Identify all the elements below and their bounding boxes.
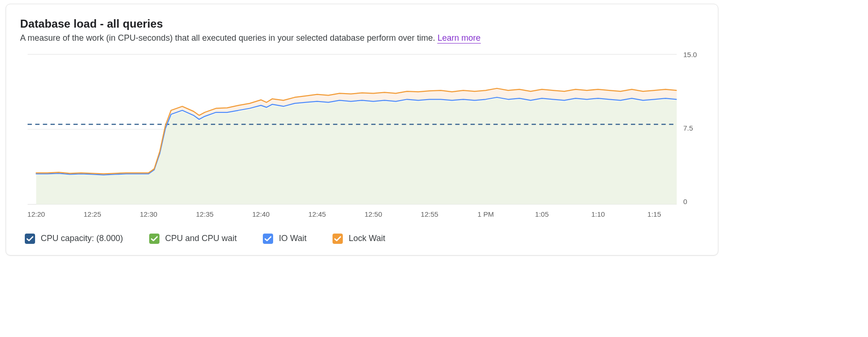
y-tick-label: 7.5 <box>683 124 693 132</box>
x-tick-label: 12:55 <box>421 210 439 218</box>
x-tick-label: 1:15 <box>647 210 661 218</box>
legend-label: CPU and CPU wait <box>165 234 237 243</box>
x-tick-label: 1 PM <box>477 210 494 218</box>
legend-lock-wait[interactable]: Lock Wait <box>333 234 385 244</box>
legend-label: Lock Wait <box>348 234 385 243</box>
card-description-text: A measure of the work (in CPU-seconds) t… <box>20 33 435 43</box>
x-tick-label: 12:50 <box>364 210 382 218</box>
legend-label: IO Wait <box>279 234 306 243</box>
checkbox-icon <box>149 234 159 244</box>
legend-io-wait[interactable]: IO Wait <box>263 234 306 244</box>
card-description: A measure of the work (in CPU-seconds) t… <box>20 33 705 43</box>
y-tick-label: 0 <box>683 198 687 205</box>
x-tick-label: 1:05 <box>535 210 549 218</box>
x-tick-label: 12:40 <box>252 210 270 218</box>
x-tick-label: 12:20 <box>28 210 45 218</box>
database-load-card: Database load - all queries A measure of… <box>6 4 718 256</box>
checkbox-icon <box>263 234 273 244</box>
checkbox-icon <box>25 234 35 244</box>
y-tick-label: 15.0 <box>683 51 697 59</box>
x-tick-label: 12:25 <box>84 210 101 218</box>
x-tick-label: 12:30 <box>140 210 158 218</box>
y-axis: 07.515.0 <box>677 51 705 201</box>
svg-rect-7 <box>333 234 343 244</box>
legend-cpu-wait[interactable]: CPU and CPU wait <box>149 234 237 244</box>
chart: 07.515.0 12:2012:2512:3012:3512:4012:451… <box>28 51 705 220</box>
x-tick-label: 12:35 <box>196 210 214 218</box>
legend-cpu-capacity[interactable]: CPU capacity: (8.000) <box>25 234 123 244</box>
chart-plot[interactable] <box>28 51 677 206</box>
learn-more-link[interactable]: Learn more <box>437 33 480 44</box>
legend-label: CPU capacity: (8.000) <box>41 234 123 243</box>
x-tick-label: 1:10 <box>591 210 605 218</box>
x-tick-label: 12:45 <box>308 210 326 218</box>
svg-rect-6 <box>263 234 273 244</box>
card-title: Database load - all queries <box>20 17 705 30</box>
x-axis: 12:2012:2512:3012:3512:4012:4512:5012:55… <box>28 210 677 220</box>
legend: CPU capacity: (8.000) CPU and CPU wait I… <box>25 234 705 244</box>
checkbox-icon <box>333 234 343 244</box>
svg-rect-5 <box>149 234 159 244</box>
svg-rect-4 <box>25 234 35 244</box>
